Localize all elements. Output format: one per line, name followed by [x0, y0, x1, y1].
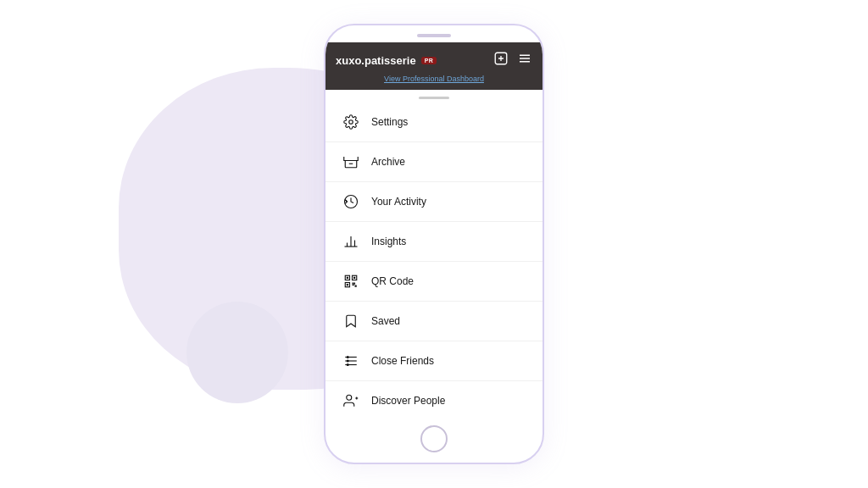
- saved-label: Saved: [371, 315, 400, 327]
- discover-people-label: Discover People: [371, 395, 445, 407]
- svg-point-30: [347, 363, 349, 366]
- menu-item-discover-people[interactable]: Discover People: [326, 381, 542, 419]
- qr-code-label: QR Code: [371, 275, 414, 287]
- archive-label: Archive: [371, 156, 405, 168]
- view-professional-dashboard-link[interactable]: View Professional Dashboard: [336, 75, 532, 83]
- svg-point-28: [347, 356, 349, 358]
- menu-item-your-activity[interactable]: Your Activity: [326, 182, 542, 222]
- profile-name: xuxo.patisserie: [336, 54, 416, 67]
- phone-speaker: [417, 34, 451, 37]
- background-blob-small: [186, 302, 288, 403]
- saved-icon: [342, 313, 359, 330]
- profile-name-area: xuxo.patisserie PR: [336, 54, 437, 67]
- home-button[interactable]: [420, 425, 448, 452]
- close-friends-icon: [342, 352, 359, 369]
- phone-screen: xuxo.patisserie PR: [326, 42, 542, 419]
- svg-point-31: [347, 395, 352, 400]
- hamburger-menu-icon[interactable]: [517, 51, 532, 69]
- svg-rect-17: [347, 277, 348, 279]
- add-post-icon[interactable]: [493, 51, 509, 69]
- insights-icon: [342, 233, 359, 250]
- svg-point-29: [347, 360, 349, 363]
- svg-rect-21: [353, 283, 354, 285]
- svg-rect-19: [347, 284, 348, 286]
- svg-point-6: [349, 120, 353, 125]
- svg-rect-22: [355, 286, 357, 287]
- your-activity-label: Your Activity: [371, 196, 426, 208]
- menu-item-close-friends[interactable]: Close Friends: [326, 341, 542, 381]
- settings-label: Settings: [371, 116, 408, 128]
- header-icons: [493, 51, 532, 69]
- phone-top-bar: [326, 25, 542, 42]
- header-top-row: xuxo.patisserie PR: [336, 51, 532, 69]
- svg-rect-18: [353, 277, 355, 279]
- qr-code-icon: [342, 273, 359, 290]
- settings-icon: [342, 114, 359, 130]
- close-friends-label: Close Friends: [371, 355, 434, 367]
- menu-list: Settings Archive: [326, 103, 542, 419]
- menu-item-insights[interactable]: Insights: [326, 222, 542, 262]
- menu-item-qr-code[interactable]: QR Code: [326, 262, 542, 302]
- phone-bottom: [420, 419, 448, 463]
- menu-item-archive[interactable]: Archive: [326, 142, 542, 182]
- phone-frame: xuxo.patisserie PR: [324, 24, 544, 464]
- drag-indicator: [419, 97, 449, 99]
- your-activity-icon: [342, 193, 359, 210]
- pro-badge: PR: [421, 57, 437, 64]
- discover-people-icon: [342, 392, 359, 409]
- menu-item-saved[interactable]: Saved: [326, 302, 542, 341]
- archive-icon: [342, 153, 359, 170]
- insights-label: Insights: [371, 236, 406, 247]
- app-header: xuxo.patisserie PR: [326, 42, 542, 90]
- menu-item-settings[interactable]: Settings: [326, 103, 542, 142]
